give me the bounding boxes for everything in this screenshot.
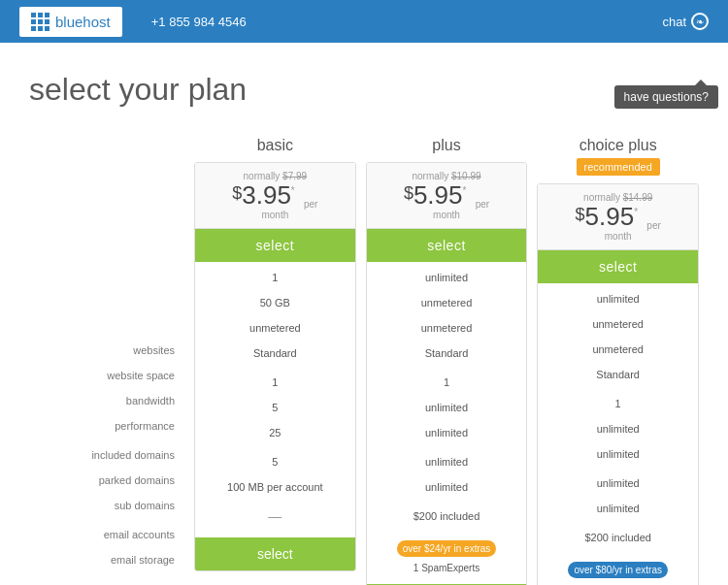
basic-included-domains: 1 bbox=[195, 371, 355, 394]
label-parked-domains: parked domains bbox=[29, 469, 184, 492]
plan-basic-name: basic bbox=[194, 137, 356, 154]
cp-marketing-included: $200 included bbox=[538, 526, 698, 549]
plan-basic-card: normally $7.99 $3.95* per month select 1… bbox=[194, 162, 356, 571]
plan-basic-price-box: normally $7.99 $3.95* per month bbox=[195, 163, 355, 229]
label-bandwidth: bandwidth bbox=[29, 389, 184, 412]
plan-plus: plus normally $10.99 $5.95* per month se… bbox=[366, 137, 528, 585]
basic-email-accounts: 5 bbox=[195, 450, 355, 473]
chat-icon: ❧ bbox=[691, 13, 709, 30]
plan-choice-plus-card: normally $14.99 $5.95* per month select … bbox=[537, 183, 699, 585]
plan-basic-price: $3.95* per month bbox=[205, 181, 346, 220]
row-labels-column: websites website space bandwidth perform… bbox=[29, 137, 184, 585]
plus-websites: unlimited bbox=[367, 266, 527, 289]
plus-parked-domains: unlimited bbox=[367, 396, 527, 419]
cp-email-storage: unlimited bbox=[538, 497, 698, 520]
label-included-domains: included domains bbox=[29, 443, 184, 467]
plan-basic: basic normally $7.99 $3.95* per month se… bbox=[194, 137, 356, 571]
basic-marketing: — bbox=[195, 504, 355, 528]
cp-bandwidth: unmetered bbox=[538, 338, 698, 361]
plan-plus-price-box: normally $10.99 $5.95* per month bbox=[367, 163, 527, 229]
plan-plus-features: unlimited unmetered unmetered Standard 1… bbox=[367, 262, 527, 534]
plus-marketing-items: 1 SpamExperts bbox=[375, 560, 519, 576]
plus-sub-domains: unlimited bbox=[367, 421, 527, 444]
plan-basic-features: 1 50 GB unmetered Standard 1 5 25 5 100 … bbox=[195, 262, 355, 534]
header: bluehost +1 855 984 4546 chat ❧ bbox=[0, 0, 728, 43]
plan-choice-plus-select-top[interactable]: select bbox=[538, 250, 698, 283]
chat-label: chat bbox=[662, 15, 686, 29]
plan-choice-plus: choice plus recommended normally $14.99 … bbox=[537, 137, 699, 585]
plus-bandwidth: unmetered bbox=[367, 316, 527, 340]
plus-included-domains: 1 bbox=[367, 371, 527, 394]
plus-extras-badge: over $24/yr in extras bbox=[397, 540, 497, 557]
cp-sub-domains: unlimited bbox=[538, 442, 698, 466]
plus-extras-area: over $24/yr in extras 1 SpamExperts bbox=[367, 534, 527, 580]
cp-website-space: unmetered bbox=[538, 312, 698, 336]
plan-basic-select-bottom[interactable]: select bbox=[195, 537, 355, 570]
logo[interactable]: bluehost bbox=[19, 7, 122, 37]
logo-text: bluehost bbox=[55, 14, 111, 30]
page-title: select your plan bbox=[29, 72, 699, 108]
plus-email-accounts: unlimited bbox=[367, 450, 527, 473]
plus-email-storage: unlimited bbox=[367, 475, 527, 499]
basic-parked-domains: 5 bbox=[195, 396, 355, 419]
basic-sub-domains: 25 bbox=[195, 421, 355, 444]
plan-choice-plus-price-box: normally $14.99 $5.95* per month bbox=[538, 184, 698, 250]
plan-plus-header: plus bbox=[366, 137, 528, 158]
basic-bandwidth: unmetered bbox=[195, 316, 355, 340]
label-website-space: website space bbox=[29, 364, 184, 387]
plan-basic-header: basic bbox=[194, 137, 356, 158]
basic-performance: Standard bbox=[195, 341, 355, 365]
label-sub-domains: sub domains bbox=[29, 494, 184, 517]
phone-number: +1 855 984 4546 bbox=[151, 15, 247, 29]
cp-performance: Standard bbox=[538, 363, 698, 386]
basic-email-storage: 100 MB per account bbox=[195, 475, 355, 499]
plan-choice-plus-name: choice plus bbox=[537, 137, 699, 154]
plus-spamexperts: 1 SpamExperts bbox=[375, 560, 519, 576]
cp-extras-area: over $80/yr in extras 1 SpamExperts 1 Do… bbox=[538, 555, 698, 585]
plus-website-space: unmetered bbox=[367, 291, 527, 314]
basic-websites: 1 bbox=[195, 266, 355, 289]
plans-container: websites website space bandwidth perform… bbox=[29, 137, 699, 585]
cp-spamexperts: 1 SpamExperts bbox=[546, 581, 690, 585]
plan-choice-plus-header: choice plus recommended bbox=[537, 137, 699, 179]
basic-website-space: 50 GB bbox=[195, 291, 355, 314]
label-email-accounts: email accounts bbox=[29, 523, 184, 546]
plan-basic-select-top[interactable]: select bbox=[195, 229, 355, 262]
cp-marketing-items: 1 SpamExperts 1 Domain Privacy SiteBacku… bbox=[546, 581, 690, 585]
plan-plus-select-top[interactable]: select bbox=[367, 229, 527, 262]
plan-choice-plus-badge: recommended bbox=[577, 158, 660, 176]
label-marketing-offers: marketing offers bbox=[29, 577, 184, 585]
chat-button[interactable]: chat ❧ bbox=[662, 13, 709, 30]
plan-plus-price: $5.95* per month bbox=[377, 181, 517, 220]
page-content: select your plan websites website space … bbox=[0, 43, 728, 585]
cp-parked-domains: unlimited bbox=[538, 417, 698, 440]
cp-extras-badge: over $80/yr in extras bbox=[568, 562, 668, 578]
label-email-storage: email storage bbox=[29, 548, 184, 571]
label-websites: websites bbox=[29, 339, 184, 362]
cp-email-accounts: unlimited bbox=[538, 471, 698, 495]
cp-included-domains: 1 bbox=[538, 392, 698, 415]
plus-performance: Standard bbox=[367, 341, 527, 365]
label-performance: performance bbox=[29, 414, 184, 438]
plan-choice-plus-price: $5.95* per month bbox=[547, 203, 688, 242]
plus-marketing-included: $200 included bbox=[367, 504, 527, 528]
plan-plus-card: normally $10.99 $5.95* per month select … bbox=[366, 162, 528, 585]
cp-websites: unlimited bbox=[538, 287, 698, 310]
plan-plus-name: plus bbox=[366, 137, 528, 154]
logo-grid-icon bbox=[31, 13, 50, 31]
plan-choice-plus-features: unlimited unmetered unmetered Standard 1… bbox=[538, 283, 698, 555]
